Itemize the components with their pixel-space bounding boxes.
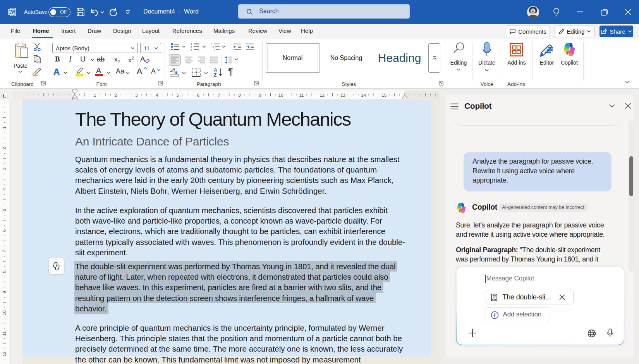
svg-text:1: 1 — [211, 43, 213, 46]
svg-text:1: 1 — [191, 43, 192, 46]
svg-text:5: 5 — [176, 93, 179, 97]
svg-text:6: 6 — [2, 229, 7, 232]
svg-text:10: 10 — [278, 93, 283, 97]
svg-text:8: 8 — [238, 93, 240, 97]
svg-text:13: 13 — [340, 93, 345, 97]
svg-text:12: 12 — [2, 352, 7, 357]
svg-text:11: 11 — [299, 93, 304, 97]
svg-text:5: 5 — [2, 209, 7, 211]
svg-text:W: W — [9, 10, 13, 14]
svg-text:2: 2 — [191, 46, 192, 48]
svg-text:9: 9 — [259, 93, 261, 97]
svg-text:3: 3 — [2, 167, 7, 170]
svg-text:2: 2 — [115, 93, 117, 97]
svg-text:1: 1 — [2, 126, 7, 129]
svg-text:9: 9 — [2, 291, 7, 293]
svg-text:Z: Z — [214, 72, 216, 77]
svg-text:2: 2 — [2, 147, 7, 149]
svg-text:A: A — [214, 67, 217, 73]
svg-text:15: 15 — [381, 93, 386, 97]
svg-text:11: 11 — [2, 331, 7, 336]
svg-text:8: 8 — [2, 270, 7, 273]
svg-text:i: i — [214, 49, 215, 51]
svg-text:7: 7 — [2, 250, 7, 252]
svg-text:3: 3 — [191, 49, 192, 51]
svg-text:10: 10 — [2, 310, 7, 315]
svg-text:12: 12 — [320, 93, 325, 97]
svg-text:14: 14 — [361, 93, 366, 97]
svg-text:4: 4 — [2, 188, 7, 191]
svg-text:7: 7 — [218, 93, 220, 97]
svg-text:a: a — [213, 46, 214, 48]
svg-text:1: 1 — [94, 93, 96, 97]
svg-text:3: 3 — [135, 93, 137, 97]
svg-text:4: 4 — [156, 93, 158, 97]
svg-text:6: 6 — [197, 93, 199, 97]
